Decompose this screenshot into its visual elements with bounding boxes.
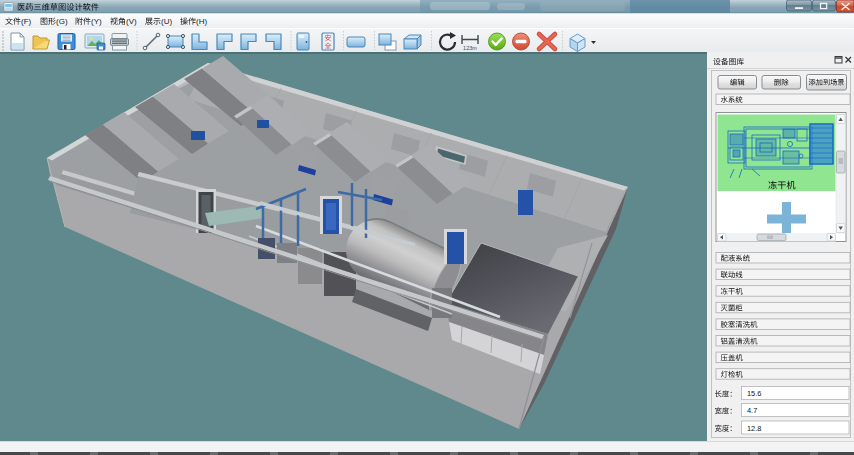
svg-text:12.8: 12.8	[747, 424, 761, 433]
svg-text:(H): (H)	[196, 17, 207, 26]
svg-text:(U): (U)	[161, 17, 172, 26]
svg-text:4.7: 4.7	[747, 406, 757, 415]
svg-text:123m: 123m	[463, 45, 477, 51]
svg-text:15.6: 15.6	[747, 389, 761, 398]
svg-text:(F): (F)	[21, 17, 32, 26]
svg-text:(Y): (Y)	[91, 17, 102, 26]
svg-text:(G): (G)	[56, 17, 68, 26]
svg-text:(V): (V)	[126, 17, 137, 26]
